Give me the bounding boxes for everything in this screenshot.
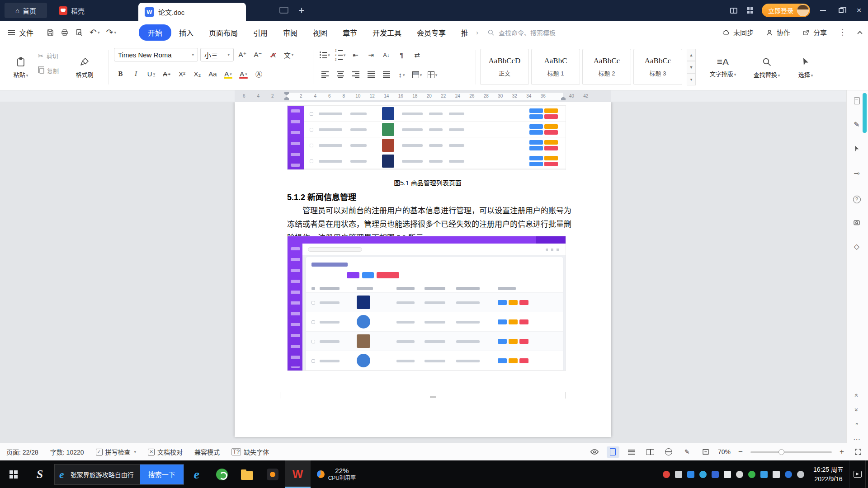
strikethrough-icon[interactable]: A▾	[160, 68, 173, 80]
align-left-icon[interactable]	[318, 69, 331, 81]
collapse-ribbon-icon[interactable]	[857, 31, 862, 36]
select-cursor-icon[interactable]	[850, 142, 863, 155]
ribbon-tab[interactable]: 会员专享	[409, 24, 453, 41]
paragraph-mark-icon[interactable]: ¶	[395, 49, 408, 61]
compat-mode-label[interactable]: 兼容模式	[194, 447, 220, 456]
print-icon[interactable]	[59, 25, 71, 40]
ribbon-tab[interactable]: 插入	[171, 24, 201, 41]
word-count[interactable]: 字数: 10220	[50, 447, 84, 456]
spellcheck-toggle[interactable]: ✓ 拼写检查▾	[96, 447, 137, 456]
text-direction-icon[interactable]: ⇄	[410, 49, 424, 61]
tab-preview-icon[interactable]	[279, 7, 288, 14]
document-page[interactable]: 图5.1 商品管理列表页面 5.1.2 新闻信息管理 管理员可以对前台的注册用户…	[235, 102, 611, 437]
enclose-character-icon[interactable]: Ⓐ	[252, 68, 265, 80]
sort-icon[interactable]: A↓	[380, 49, 393, 61]
decrease-font-icon[interactable]: A⁻	[251, 49, 264, 61]
section-heading[interactable]: 5.1.2 新闻信息管理	[287, 191, 356, 202]
style-preset[interactable]: AaBbCc 标题 2	[582, 49, 631, 85]
bold-icon[interactable]: B	[114, 68, 127, 80]
taskbar-app-s[interactable]: S	[27, 460, 52, 488]
gallery-more-icon[interactable]: ▾	[687, 73, 696, 85]
align-center-icon[interactable]	[334, 69, 347, 81]
collaborate-button[interactable]: 协作	[765, 28, 790, 37]
monitor-widget-icon[interactable]	[317, 470, 325, 478]
italic-icon[interactable]: I	[129, 68, 142, 80]
taskbar-search-text[interactable]: 张家界旅游攻略自由行	[64, 470, 140, 479]
help-icon[interactable]: ?	[850, 192, 863, 206]
docer-tab[interactable]: 稻壳	[59, 6, 85, 15]
proofread-button[interactable]: ✕ 文档校对	[148, 447, 183, 456]
view-box-icon[interactable]: ▫	[850, 418, 863, 431]
tray-icon[interactable]	[687, 471, 694, 478]
zoom-slider-knob[interactable]	[778, 449, 784, 455]
start-button[interactable]	[0, 460, 27, 488]
paragraph-line[interactable]: 管理员可以对前台的注册用户的基本信息进行管理，可以设置注册用户的账号为	[287, 204, 569, 218]
line-spacing-icon[interactable]: ↕▾	[395, 69, 408, 81]
eye-protect-icon[interactable]	[588, 446, 601, 458]
taskbar-search-band[interactable]: e 张家界旅游攻略自由行 搜索一下	[54, 464, 184, 485]
ribbon-tab[interactable]: 章节	[335, 24, 365, 41]
outline-view-icon[interactable]	[625, 446, 638, 458]
web-view-icon[interactable]	[662, 446, 675, 458]
cut-button[interactable]: ✂剪切	[38, 52, 59, 60]
more-menu-icon[interactable]: ⋮	[839, 28, 846, 37]
save-icon[interactable]	[44, 25, 56, 40]
restore-button[interactable]	[832, 0, 850, 21]
bullet-list-icon[interactable]: ▾	[318, 49, 331, 61]
minimize-button[interactable]	[814, 0, 832, 21]
figure-5-2-image[interactable]	[287, 236, 566, 371]
change-case-icon[interactable]: Aa	[206, 68, 219, 80]
zoom-in-button[interactable]: +	[838, 447, 846, 456]
redo-button[interactable]: ↷▾	[104, 25, 118, 40]
document-tab[interactable]: W 论文.doc	[138, 3, 246, 21]
next-page-icon[interactable]: »	[850, 403, 863, 417]
command-search[interactable]: 查找命令、搜索模板	[487, 28, 556, 37]
tray-icon[interactable]	[699, 471, 707, 478]
shading-icon[interactable]: ▾	[410, 69, 424, 81]
tray-icon[interactable]	[712, 471, 719, 478]
numbered-list-icon[interactable]: ▾	[334, 49, 347, 61]
text-effects-icon[interactable]: 文▾	[282, 49, 295, 61]
ribbon-tab[interactable]: 页面布局	[201, 24, 245, 41]
paste-button[interactable]: 粘贴▾	[7, 47, 34, 88]
paragraph-line[interactable]: 冻结或者是在用状态，管理员也能选择很多个已经失效的注册用户的信息进行批量删	[287, 218, 569, 231]
page-indicator[interactable]: 页面: 22/28	[6, 447, 38, 456]
tab-start[interactable]: 开始	[139, 24, 171, 41]
new-tab-button[interactable]: +	[295, 4, 308, 17]
tray-icon[interactable]	[736, 471, 743, 478]
ribbon-tab[interactable]: 视图	[305, 24, 335, 41]
clear-format-icon[interactable]: A	[267, 49, 280, 61]
figure-5-1-image[interactable]	[287, 105, 566, 170]
taskbar-app-ie[interactable]: e	[184, 460, 209, 488]
navigation-pane-icon[interactable]	[850, 94, 863, 108]
tray-icon[interactable]	[773, 471, 780, 478]
highlight-color-icon[interactable]: A▾	[222, 68, 235, 80]
select-button[interactable]: 选择▾	[791, 47, 820, 88]
login-button[interactable]: 立即登录	[762, 4, 810, 17]
file-menu[interactable]: 文件	[8, 27, 33, 38]
edit-mode-icon[interactable]: ✎	[681, 446, 693, 458]
font-name-combo[interactable]: Times New Roma▾	[114, 48, 198, 61]
style-preset[interactable]: AaBbC 标题 1	[531, 49, 580, 85]
fit-page-icon[interactable]	[699, 446, 712, 458]
share-button[interactable]: 分享	[802, 28, 827, 37]
undo-button[interactable]: ↶▾	[88, 25, 101, 40]
close-button[interactable]: ×	[850, 0, 868, 21]
tray-icon[interactable]	[724, 471, 731, 478]
edit-pen-icon[interactable]: ✎	[850, 117, 863, 131]
tabs-overflow-chevron[interactable]: ›	[476, 28, 483, 36]
ribbon-tab[interactable]: 推	[453, 24, 476, 41]
home-tab[interactable]: ⌂ 首页	[5, 3, 47, 18]
previous-page-icon[interactable]: «	[850, 389, 863, 402]
show-desktop-button[interactable]	[865, 460, 868, 488]
tray-icon[interactable]	[748, 471, 755, 478]
print-preview-icon[interactable]	[73, 25, 85, 40]
align-right-icon[interactable]	[349, 69, 362, 81]
figure-5-1-caption[interactable]: 图5.1 商品管理列表页面	[287, 178, 568, 187]
sync-status[interactable]: 未同步	[722, 28, 754, 37]
taskbar-file-explorer[interactable]	[235, 460, 260, 488]
document-canvas[interactable]: 图5.1 商品管理列表页面 5.1.2 新闻信息管理 管理员可以对前台的注册用户…	[0, 102, 846, 443]
style-preset[interactable]: AaBbCcD 正文	[480, 49, 529, 85]
shapes-tool-icon[interactable]: ◇	[850, 239, 863, 253]
distribute-icon[interactable]	[380, 69, 393, 81]
